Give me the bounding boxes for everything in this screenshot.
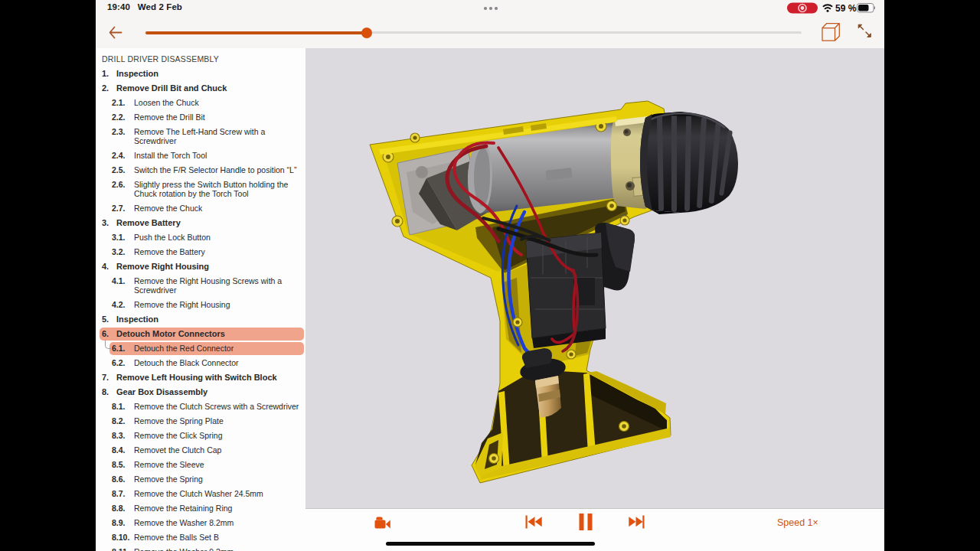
svg-text:59 %: 59 % — [835, 3, 857, 14]
